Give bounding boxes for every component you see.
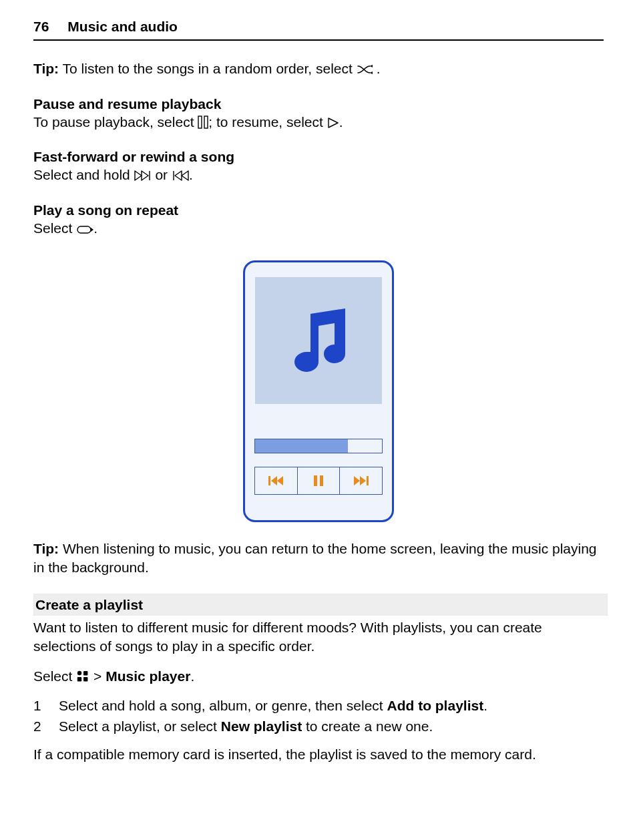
ff-heading: Fast-forward or rewind a song (33, 148, 604, 166)
pause-resume-mid: ; to resume, select (208, 114, 327, 130)
fast-forward-icon (134, 168, 152, 186)
playlist-footnote: If a compatible memory card is inserted,… (33, 745, 604, 763)
apps-grid-icon (76, 669, 89, 687)
page-number: 76 (33, 17, 49, 35)
skip-forward-icon (353, 475, 370, 487)
previous-button[interactable] (255, 467, 298, 494)
svg-marker-4 (142, 171, 148, 180)
svg-rect-0 (198, 116, 202, 128)
svg-rect-9 (77, 226, 91, 233)
svg-marker-16 (354, 476, 360, 485)
tip-shuffle: Tip: To listen to the songs in a random … (33, 59, 604, 79)
select-before: Select (33, 668, 76, 684)
progress-bar (254, 439, 383, 453)
select-music-player-line: Select > Music player. (33, 667, 604, 687)
skip-back-icon (267, 475, 284, 487)
pause-resume-before: To pause playback, select (33, 114, 198, 130)
player-illustration (33, 260, 604, 522)
tip-shuffle-before: To listen to the songs in a random order… (59, 61, 357, 76)
repeat-after: . (93, 220, 97, 236)
ff-mid: or (152, 167, 172, 182)
tip-background: Tip: When listening to music, you can re… (33, 540, 604, 576)
next-button[interactable] (340, 467, 382, 494)
step-2-strong: New playlist (221, 718, 302, 734)
svg-rect-21 (77, 677, 81, 681)
player-controls (254, 467, 383, 495)
pause-icon (198, 115, 208, 133)
step-1-before: Select and hold a song, album, or genre,… (59, 698, 387, 713)
pause-resume-body: To pause playback, select ; to resume, s… (33, 113, 604, 133)
svg-rect-14 (314, 475, 317, 486)
rewind-icon (172, 168, 189, 186)
ff-after: . (189, 167, 193, 182)
pause-icon (312, 475, 325, 487)
page: 76 Music and audio Tip: To listen to the… (0, 0, 637, 840)
repeat-heading: Play a song on repeat (33, 201, 604, 219)
pause-button[interactable] (298, 467, 341, 494)
svg-marker-13 (277, 476, 283, 485)
select-chevron: > (89, 668, 105, 684)
step-2-text: Select a playlist, or select New playlis… (59, 717, 433, 735)
pause-resume-after: . (339, 114, 343, 130)
repeat-icon (76, 221, 93, 239)
music-player-device (243, 260, 394, 522)
select-after: . (190, 668, 194, 684)
album-art (255, 277, 382, 404)
repeat-before: Select (33, 220, 76, 236)
step-1-text: Select and hold a song, album, or genre,… (59, 696, 487, 714)
create-playlist-heading: Create a playlist (33, 594, 608, 616)
step-1: 1 Select and hold a song, album, or genr… (33, 696, 604, 714)
step-2-after: to create a new one. (302, 718, 433, 734)
playlist-steps: 1 Select and hold a song, album, or genr… (33, 696, 604, 736)
music-note-icon (278, 300, 359, 381)
svg-rect-11 (268, 476, 270, 485)
shuffle-icon (357, 61, 377, 79)
section-title: Music and audio (67, 17, 178, 35)
svg-point-19 (77, 671, 81, 675)
page-header: 76 Music and audio (33, 17, 604, 41)
svg-rect-18 (367, 476, 369, 485)
play-icon (327, 115, 339, 133)
svg-rect-1 (204, 116, 208, 128)
svg-marker-2 (329, 118, 338, 128)
svg-marker-8 (182, 171, 188, 180)
progress-fill (255, 439, 348, 453)
ff-body: Select and hold or . (33, 166, 604, 186)
tip-label: Tip: (33, 541, 59, 556)
svg-marker-17 (360, 476, 366, 485)
svg-rect-22 (83, 677, 87, 681)
svg-marker-7 (175, 171, 182, 180)
ff-before: Select and hold (33, 167, 134, 182)
create-playlist-intro: Want to listen to different music for di… (33, 618, 604, 655)
step-1-strong: Add to playlist (387, 698, 483, 713)
tip-shuffle-after: . (377, 61, 381, 76)
pause-resume-heading: Pause and resume playback (33, 95, 604, 113)
step-2: 2 Select a playlist, or select New playl… (33, 717, 604, 735)
step-2-num: 2 (33, 717, 45, 735)
tip-background-text: When listening to music, you can return … (33, 541, 597, 574)
select-strong: Music player (105, 668, 190, 684)
step-1-num: 1 (33, 696, 45, 714)
tip-label: Tip: (33, 61, 59, 76)
svg-rect-20 (83, 671, 87, 675)
repeat-body: Select . (33, 219, 604, 239)
step-2-before: Select a playlist, or select (59, 718, 221, 734)
svg-rect-15 (320, 475, 323, 486)
svg-marker-3 (135, 171, 142, 180)
step-1-after: . (483, 698, 487, 713)
svg-marker-12 (271, 476, 277, 485)
